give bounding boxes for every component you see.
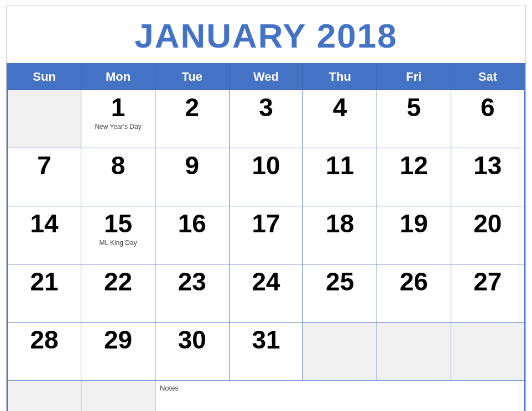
notes-cell: Notes (155, 381, 525, 412)
day-number: 4 (333, 93, 347, 122)
day-cell: 19 (377, 206, 451, 264)
day-number: 27 (473, 268, 502, 296)
day-number: 7 (37, 152, 51, 180)
day-number: 8 (111, 152, 126, 180)
notes-empty-cell (7, 381, 81, 412)
day-cell: 2 (155, 90, 229, 148)
day-headers-row: SunMonTueWedThuFriSat (7, 64, 525, 90)
notes-label: Notes (160, 384, 520, 392)
day-number: 31 (252, 326, 280, 354)
day-number: 14 (30, 210, 59, 238)
day-cell: 3 (229, 90, 303, 148)
day-cell: 22 (81, 264, 155, 322)
holiday-label: ML King Day (99, 239, 137, 247)
day-number: 23 (178, 268, 206, 296)
day-cell (303, 322, 377, 381)
day-cell: 23 (155, 264, 229, 322)
calendar-container: JANUARY 2018 SunMonTueWedThuFriSat 1New … (6, 6, 526, 411)
day-cell: 20 (451, 206, 525, 264)
week-row-2: 78910111213 (7, 148, 525, 206)
day-cell (7, 90, 81, 148)
day-cell: 13 (451, 148, 525, 206)
day-number: 24 (252, 268, 280, 296)
day-number: 19 (400, 210, 428, 238)
day-cell: 4 (303, 90, 377, 148)
day-cell: 9 (155, 148, 229, 206)
day-cell: 11 (303, 148, 377, 206)
day-number: 6 (481, 93, 495, 122)
day-header-tue: Tue (155, 64, 229, 90)
holiday-label: New Year's Day (95, 123, 141, 131)
day-header-fri: Fri (377, 64, 451, 90)
day-cell: 14 (7, 206, 81, 264)
notes-empty-cell (81, 381, 155, 412)
day-number: 15 (104, 210, 132, 238)
day-number: 30 (178, 326, 206, 354)
calendar-grid: SunMonTueWedThuFriSat 1New Year's Day234… (7, 63, 525, 411)
day-cell: 8 (81, 148, 155, 206)
day-cell: 28 (7, 322, 81, 381)
day-number: 12 (400, 152, 428, 180)
day-header-mon: Mon (81, 64, 155, 90)
day-cell: 15ML King Day (81, 206, 155, 264)
day-number: 9 (185, 152, 199, 180)
notes-row: Notes (7, 381, 525, 412)
day-number: 11 (326, 152, 354, 180)
week-row-1: 1New Year's Day23456 (7, 90, 525, 148)
day-cell: 26 (377, 264, 451, 322)
day-cell: 12 (377, 148, 451, 206)
week-row-5: 28293031 (7, 322, 525, 381)
day-number: 17 (252, 210, 280, 238)
day-cell: 27 (451, 264, 525, 322)
week-row-3: 1415ML King Day1617181920 (7, 206, 525, 264)
day-header-thu: Thu (303, 64, 377, 90)
day-cell: 5 (377, 90, 451, 148)
day-number: 26 (400, 268, 428, 296)
day-cell: 17 (229, 206, 303, 264)
day-header-wed: Wed (229, 64, 303, 90)
day-number: 2 (185, 93, 199, 122)
day-cell (377, 322, 451, 381)
day-cell: 7 (7, 148, 81, 206)
week-row-4: 21222324252627 (7, 264, 525, 322)
day-number: 18 (326, 210, 354, 238)
day-number: 28 (30, 326, 59, 354)
day-cell: 29 (81, 322, 155, 381)
day-header-sat: Sat (451, 64, 525, 90)
day-header-sun: Sun (7, 64, 81, 90)
day-cell: 16 (155, 206, 229, 264)
day-number: 1 (111, 93, 126, 122)
day-cell: 30 (155, 322, 229, 381)
day-cell: 10 (229, 148, 303, 206)
day-cell: 25 (303, 264, 377, 322)
day-number: 3 (259, 93, 273, 122)
day-cell (451, 322, 525, 381)
day-number: 29 (104, 326, 132, 354)
day-cell: 6 (451, 90, 525, 148)
day-cell: 21 (7, 264, 81, 322)
day-cell: 1New Year's Day (81, 90, 155, 148)
day-cell: 31 (229, 322, 303, 381)
day-number: 13 (473, 152, 502, 180)
day-number: 20 (473, 210, 502, 238)
day-number: 22 (104, 268, 132, 296)
day-cell: 24 (229, 264, 303, 322)
day-cell: 18 (303, 206, 377, 264)
day-number: 16 (178, 210, 206, 238)
day-number: 25 (326, 268, 354, 296)
calendar-title: JANUARY 2018 (7, 6, 525, 63)
day-number: 21 (30, 268, 59, 296)
day-number: 5 (407, 93, 421, 122)
day-number: 10 (252, 152, 280, 180)
